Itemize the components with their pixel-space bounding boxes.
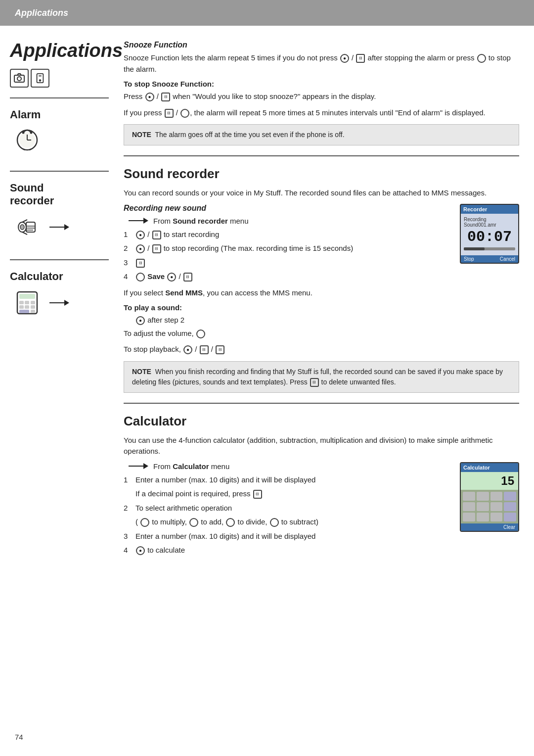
recorder-phone-subtext: RecordingSound001.amr	[464, 217, 515, 228]
sound-note-text: When you finish recording and finding th…	[132, 368, 503, 386]
alarm-note-text: The alarm goes off at the time you set e…	[155, 131, 344, 139]
stop-snooze-title: To stop Snooze Function:	[124, 80, 519, 88]
sound-recorder-content: Sound recorder You can record sounds or …	[124, 166, 519, 393]
svg-point-1	[17, 77, 21, 81]
calc-btn-3	[490, 492, 503, 501]
sound-step-2: 2 ● / ⊟ to stop recording (The max. reco…	[124, 243, 450, 254]
calc-btn-4	[504, 492, 516, 501]
svg-line-12	[29, 149, 31, 150]
svg-point-9	[22, 131, 25, 134]
svg-rect-26	[19, 305, 24, 309]
snooze-section: Snooze Function Snooze Function lets the…	[124, 41, 519, 145]
alarm-icon	[10, 121, 44, 156]
stop-menu-btn2: ⊟	[216, 345, 224, 354]
sound-menu-arrow	[129, 218, 148, 224]
sound-recorder-label: Soundrecorder	[10, 182, 109, 207]
svg-rect-27	[25, 305, 29, 309]
calculator-icon	[10, 285, 44, 320]
calc-phone-display: 15	[461, 472, 518, 490]
svg-rect-25	[31, 301, 35, 304]
calc-phone-header: Calculator	[461, 463, 518, 472]
subtract-btn	[270, 518, 279, 527]
calc-btn-6	[477, 502, 489, 511]
recorder-phone-footer: Stop Cancel	[461, 255, 518, 263]
calc-step-2: 2 To select arithmetic operation	[124, 503, 450, 514]
apps-icon-group	[10, 69, 109, 88]
sound-recorder-arrow-row	[10, 210, 109, 244]
sound-note-box: NOTE When you finish recording and findi…	[124, 361, 519, 393]
send-mms-text: If you select Send MMS, you can access t…	[124, 287, 519, 299]
play-center-btn: ●	[136, 316, 145, 325]
svg-line-15	[22, 232, 27, 235]
recorder-phone-header: Recorder	[461, 205, 518, 214]
calculator-content: Calculator You can use the 4-function ca…	[124, 414, 519, 556]
recorder-phone-progress	[464, 247, 515, 250]
sidebar-alarm-section: Alarm	[10, 108, 109, 156]
multiply-btn	[140, 518, 149, 527]
sound-recorder-intro: You can record sounds or your voice in M…	[124, 188, 519, 199]
sound-step-3: 3 ⊟	[124, 257, 450, 269]
calc-phone-footer: Clear	[461, 523, 518, 531]
header-title: Applications	[15, 8, 68, 18]
calculator-title: Calculator	[124, 414, 519, 429]
sound-recorder-title: Sound recorder	[124, 166, 519, 182]
step4-nav-btn	[136, 273, 145, 282]
snooze-body: Snooze Function lets the alarm repeat 5 …	[124, 52, 519, 75]
alarm-note-label: NOTE	[132, 131, 151, 139]
calc-phone-grid	[461, 490, 518, 523]
menu-btn2: ⊟	[161, 93, 170, 101]
alarm-label: Alarm	[10, 108, 109, 121]
nav-btn-icon	[477, 54, 486, 63]
recorder-phone-mockup: Recorder RecordingSound001.amr 00:07 Sto…	[460, 204, 519, 264]
adjust-volume-text: To adjust the volume,	[124, 328, 519, 339]
recorder-phone-body: RecordingSound001.amr 00:07	[461, 214, 518, 255]
calc-from-menu-text: From Calculator menu	[153, 462, 229, 471]
page-number: 74	[15, 733, 23, 741]
calc-btn-12	[504, 513, 516, 521]
calc-clear-label: Clear	[503, 524, 515, 530]
header-bar: Applications	[0, 0, 534, 26]
right-content: Snooze Function Snooze Function lets the…	[114, 41, 519, 561]
sound-note-label: NOTE	[132, 368, 151, 376]
play-step1: ● after step 2	[124, 315, 519, 326]
svg-line-14	[22, 220, 27, 222]
calc-menu-arrow	[129, 463, 148, 469]
sound-step-1: 1 ● / ⊟ to start recording	[124, 229, 450, 240]
stop-playback-text: To stop playback, ● / ⊟ / ⊟	[124, 344, 519, 355]
svg-rect-30	[31, 310, 35, 313]
phone-icon	[31, 69, 49, 88]
svg-point-10	[30, 131, 33, 134]
step4-center-btn: ●	[167, 273, 176, 282]
svg-rect-28	[31, 305, 35, 309]
menu-btn3: ⊟	[165, 109, 174, 118]
main-content: Applications	[0, 26, 534, 576]
sidebar-title: Applications	[10, 41, 109, 61]
sound-from-menu-text: From Sound recorder menu	[153, 217, 249, 225]
recorder-icon	[10, 210, 44, 244]
calc-from-menu-row: From Calculator menu	[124, 462, 450, 471]
sidebar: Applications	[10, 41, 114, 561]
calculator-intro: You can use the 4-function calculator (a…	[124, 435, 519, 457]
svg-rect-23	[19, 301, 24, 304]
center-btn-icon: ●	[340, 54, 349, 63]
step4-menu-btn: ⊟	[183, 273, 192, 282]
svg-rect-24	[25, 301, 29, 304]
stop-body1: Press ● / ⊟ when "Would you like to stop…	[124, 91, 519, 102]
step1-center-btn: ●	[136, 231, 145, 239]
calc-step-4: 4 ● to calculate	[124, 545, 519, 556]
svg-line-11	[23, 149, 25, 150]
calc-btn-10	[477, 513, 489, 521]
calc-step-2b: ( to multiply, to add, to divide, to sub…	[124, 517, 450, 528]
center-btn2: ●	[145, 93, 154, 101]
menu-btn-icon: ⊟	[356, 54, 365, 63]
step2-menu-btn: ⊟	[152, 244, 161, 253]
calc-btn-11	[490, 513, 503, 521]
camera-icon	[10, 69, 29, 88]
svg-rect-17	[26, 222, 35, 232]
vol-nav-btn	[196, 330, 205, 338]
step2-center-btn: ●	[136, 244, 145, 253]
recorder-stop-btn: Stop	[464, 256, 474, 262]
sound-from-menu-row: From Sound recorder menu	[124, 217, 450, 225]
snooze-title: Snooze Function	[124, 41, 519, 49]
sound-recorder-arrow	[49, 224, 69, 230]
